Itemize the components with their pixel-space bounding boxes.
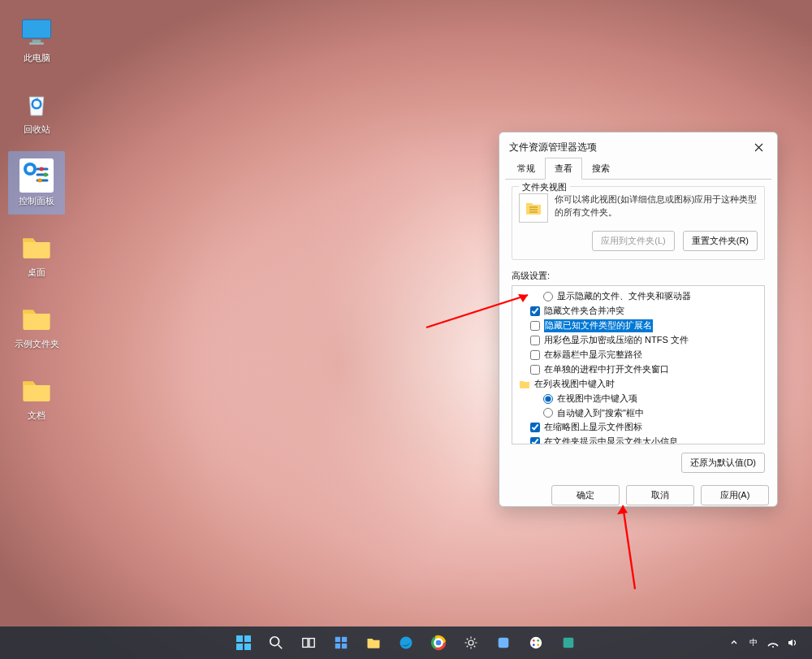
adv-item-2[interactable]: 隐藏已知文件类型的扩展名 bbox=[514, 319, 762, 333]
adv-item-6[interactable]: 在列表视图中键入时 bbox=[514, 377, 762, 392]
desktop-icon-desktop-folder[interactable]: 桌面 bbox=[8, 223, 65, 286]
folder-options-dialog: 文件资源管理器选项 常规 查看 搜索 文件夹视图 你可以将此视图(如详细信息或图… bbox=[499, 132, 778, 507]
checkbox-input[interactable] bbox=[530, 350, 540, 360]
app-icon bbox=[561, 635, 576, 650]
icon-label: 控制面板 bbox=[19, 196, 54, 207]
folder-icon bbox=[519, 379, 530, 389]
explorer-button[interactable] bbox=[360, 629, 387, 657]
tab-search[interactable]: 搜索 bbox=[582, 158, 620, 180]
adv-item-10[interactable]: 在文件夹提示中显示文件大小信息 bbox=[514, 435, 762, 444]
adv-item-label: 隐藏已知文件类型的扩展名 bbox=[544, 319, 653, 332]
svg-rect-32 bbox=[499, 638, 509, 648]
close-icon bbox=[754, 143, 763, 152]
app-button-2[interactable] bbox=[522, 629, 550, 657]
adv-item-8[interactable]: 自动键入到"搜索"框中 bbox=[514, 406, 762, 421]
app-button-1[interactable] bbox=[490, 629, 517, 657]
desktop-icon-sample-folder[interactable]: 示例文件夹 bbox=[8, 294, 65, 358]
svg-rect-13 bbox=[236, 635, 243, 642]
adv-item-7[interactable]: 在视图中选中键入项 bbox=[514, 392, 762, 406]
adv-item-label: 在视图中选中键入项 bbox=[557, 392, 637, 405]
tray-network-icon[interactable] bbox=[767, 636, 780, 649]
svg-rect-15 bbox=[236, 644, 243, 650]
taskbar-pinned-apps bbox=[230, 629, 582, 657]
advanced-settings-list[interactable]: 显示隐藏的文件、文件夹和驱动器隐藏文件夹合并冲突隐藏已知文件类型的扩展名用彩色显… bbox=[512, 285, 765, 444]
cancel-button[interactable]: 取消 bbox=[626, 485, 694, 505]
adv-item-1[interactable]: 隐藏文件夹合并冲突 bbox=[514, 304, 762, 319]
search-icon bbox=[269, 635, 283, 650]
search-button[interactable] bbox=[262, 629, 290, 657]
adv-item-label: 在单独的进程中打开文件夹窗口 bbox=[544, 363, 669, 376]
svg-point-37 bbox=[537, 644, 539, 646]
widgets-button[interactable] bbox=[327, 629, 355, 657]
start-button[interactable] bbox=[230, 629, 257, 657]
adv-item-3[interactable]: 用彩色显示加密或压缩的 NTFS 文件 bbox=[514, 333, 762, 348]
adv-item-label: 自动键入到"搜索"框中 bbox=[557, 407, 644, 420]
restore-defaults-button[interactable]: 还原为默认值(D) bbox=[681, 453, 765, 473]
apply-button[interactable]: 应用(A) bbox=[701, 485, 769, 505]
svg-rect-21 bbox=[335, 637, 340, 642]
icon-label: 文档 bbox=[28, 410, 45, 422]
radio-input[interactable] bbox=[543, 394, 553, 404]
checkbox-input[interactable] bbox=[530, 306, 540, 316]
chrome-button[interactable] bbox=[425, 629, 452, 657]
icon-label: 示例文件夹 bbox=[15, 339, 59, 350]
icon-label: 桌面 bbox=[28, 267, 45, 279]
svg-rect-24 bbox=[342, 644, 347, 648]
dialog-footer: 确定 取消 应用(A) bbox=[499, 485, 777, 515]
dialog-tabs: 常规 查看 搜索 bbox=[499, 157, 777, 179]
desktop-icon-this-pc[interactable]: 此电脑 bbox=[8, 8, 65, 72]
checkbox-input[interactable] bbox=[530, 321, 540, 331]
ok-button[interactable]: 确定 bbox=[551, 485, 620, 505]
reset-folders-button[interactable]: 重置文件夹(R) bbox=[683, 231, 758, 251]
app-button-3[interactable] bbox=[555, 629, 582, 657]
svg-point-25 bbox=[400, 637, 412, 649]
checkbox-input[interactable] bbox=[530, 437, 540, 444]
tray-ime-icon[interactable]: 中 bbox=[747, 636, 760, 649]
folder-view-description: 你可以将此视图(如详细信息或图标)应用于这种类型的所有文件夹。 bbox=[555, 193, 758, 219]
app-icon bbox=[496, 635, 511, 650]
folder-view-icon bbox=[519, 193, 548, 223]
checkbox-input[interactable] bbox=[530, 336, 540, 345]
folder-icon bbox=[19, 301, 54, 336]
svg-point-17 bbox=[270, 637, 279, 646]
system-tray: 中 bbox=[728, 636, 806, 649]
radio-input[interactable] bbox=[543, 292, 553, 301]
tab-view[interactable]: 查看 bbox=[545, 158, 582, 180]
settings-button[interactable] bbox=[457, 629, 485, 657]
adv-item-4[interactable]: 在标题栏中显示完整路径 bbox=[514, 348, 762, 362]
adv-item-label: 在列表视图中键入时 bbox=[534, 378, 615, 391]
edge-button[interactable] bbox=[392, 629, 420, 657]
checkbox-input[interactable] bbox=[530, 365, 540, 375]
folder-icon bbox=[365, 635, 382, 651]
svg-rect-38 bbox=[564, 638, 574, 648]
desktop-icon-documents-folder[interactable]: 文档 bbox=[8, 366, 65, 429]
icon-label: 此电脑 bbox=[24, 53, 50, 64]
dialog-titlebar: 文件资源管理器选项 bbox=[499, 132, 777, 157]
adv-item-label: 显示隐藏的文件、文件夹和驱动器 bbox=[557, 290, 691, 303]
radio-input[interactable] bbox=[543, 408, 553, 418]
close-button[interactable] bbox=[746, 137, 771, 157]
adv-item-label: 在标题栏中显示完整路径 bbox=[544, 349, 642, 362]
adv-item-0[interactable]: 显示隐藏的文件、文件夹和驱动器 bbox=[514, 289, 762, 304]
adv-item-label: 在缩略图上显示文件图标 bbox=[544, 421, 642, 434]
adv-item-label: 在文件夹提示中显示文件大小信息 bbox=[544, 436, 678, 444]
svg-rect-20 bbox=[309, 639, 314, 648]
control-panel-icon bbox=[19, 158, 54, 193]
tray-chevron-icon[interactable] bbox=[728, 636, 741, 649]
svg-point-8 bbox=[38, 179, 42, 183]
tray-volume-icon[interactable] bbox=[786, 636, 799, 649]
dialog-body: 文件夹视图 你可以将此视图(如详细信息或图标)应用于这种类型的所有文件夹。 应用… bbox=[505, 179, 771, 479]
dialog-title: 文件资源管理器选项 bbox=[509, 141, 746, 154]
tab-general[interactable]: 常规 bbox=[508, 158, 545, 180]
desktop-icon-recycle-bin[interactable]: 回收站 bbox=[8, 80, 65, 143]
apply-to-folders-button[interactable]: 应用到文件夹(L) bbox=[592, 231, 674, 251]
desktop-icon-control-panel[interactable]: 控制面板 bbox=[8, 151, 65, 215]
task-view-button[interactable] bbox=[295, 629, 322, 657]
adv-item-5[interactable]: 在单独的进程中打开文件夹窗口 bbox=[514, 362, 762, 377]
advanced-settings-label: 高级设置: bbox=[512, 270, 765, 282]
edge-icon bbox=[398, 635, 414, 651]
gear-icon bbox=[464, 635, 478, 650]
adv-item-9[interactable]: 在缩略图上显示文件图标 bbox=[514, 420, 762, 435]
svg-point-36 bbox=[533, 644, 535, 646]
checkbox-input[interactable] bbox=[530, 423, 540, 432]
